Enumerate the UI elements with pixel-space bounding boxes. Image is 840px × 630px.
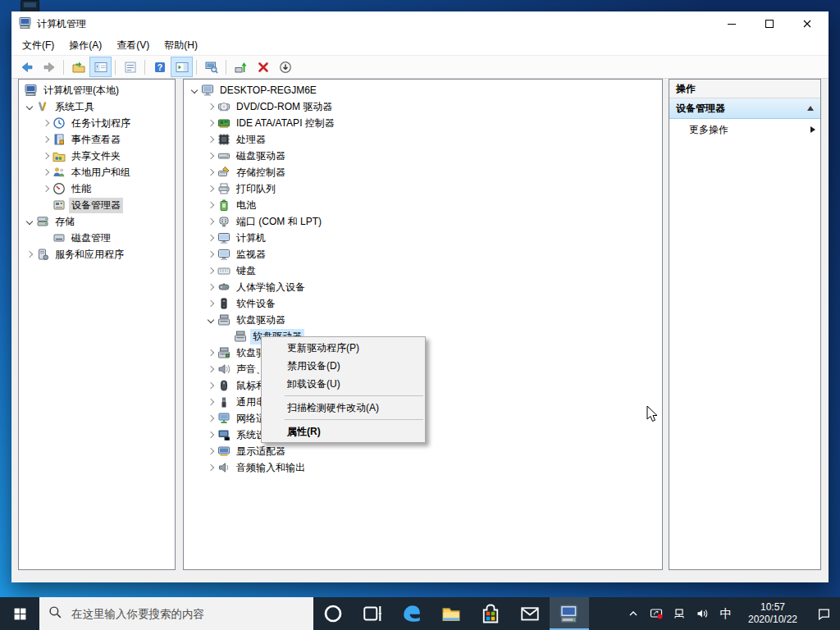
collapse-chevron-icon[interactable] <box>24 216 35 227</box>
expand-chevron-icon[interactable] <box>205 265 217 276</box>
device-tree-item-7[interactable]: 电池 <box>184 197 662 213</box>
disable-device-button[interactable] <box>274 57 296 77</box>
close-button[interactable] <box>791 11 829 36</box>
console-tree-item-1[interactable]: 系统工具 <box>19 98 175 115</box>
hidden-icons-button[interactable] <box>622 597 645 630</box>
device-tree-item-8[interactable]: 端口 (COM 和 LPT) <box>184 213 662 230</box>
expand-chevron-icon[interactable] <box>24 249 35 260</box>
expand-chevron-icon[interactable] <box>205 134 217 145</box>
device-tree-item-1[interactable]: DVD/CD-ROM 驱动器 <box>184 98 662 115</box>
device-tree-item-9[interactable]: 计算机 <box>184 230 662 246</box>
expand-chevron-icon[interactable] <box>205 363 217 375</box>
console-tree-item-0[interactable]: 计算机管理(本地) <box>19 82 175 98</box>
expand-chevron-icon[interactable] <box>205 347 217 358</box>
search-input[interactable] <box>70 607 270 621</box>
device-tree-item-2[interactable]: IDE ATA/ATAPI 控制器 <box>184 115 662 131</box>
expand-chevron-icon[interactable] <box>205 183 217 194</box>
console-tree-item-5[interactable]: 本地用户和组 <box>19 164 175 180</box>
device-tree-item-3[interactable]: 处理器 <box>184 131 662 148</box>
expand-chevron-icon[interactable] <box>205 101 217 112</box>
uninstall-device-button[interactable] <box>252 57 274 77</box>
expand-chevron-icon[interactable] <box>40 134 52 145</box>
device-tree-item-14[interactable]: 软盘驱动器 <box>184 312 662 328</box>
console-tree-item-3[interactable]: 事件查看器 <box>19 131 175 148</box>
expand-chevron-icon[interactable] <box>40 117 52 129</box>
help-button[interactable]: ? <box>148 57 171 77</box>
menu-item-0[interactable]: 文件(F) <box>15 36 62 55</box>
mail-button[interactable] <box>510 597 550 630</box>
context-menu-item-0[interactable]: 更新驱动程序(P) <box>262 339 425 357</box>
console-tree-item-9[interactable]: 磁盘管理 <box>19 230 175 246</box>
menu-item-1[interactable]: 操作(A) <box>62 36 109 55</box>
search-box[interactable] <box>39 597 313 630</box>
clock[interactable]: 10:57 2020/10/22 <box>738 597 807 630</box>
cortana-button[interactable] <box>313 597 353 630</box>
expand-chevron-icon[interactable] <box>205 117 217 129</box>
console-tree-item-7[interactable]: 设备管理器 <box>19 197 175 213</box>
collapse-chevron-icon[interactable] <box>189 84 200 96</box>
expand-chevron-icon[interactable] <box>205 249 217 260</box>
console-tree-item-10[interactable]: 服务和应用程序 <box>19 246 175 262</box>
update-driver-button[interactable] <box>230 57 252 77</box>
collapse-chevron-icon[interactable] <box>205 314 217 326</box>
computer-management-app-button[interactable] <box>550 597 589 630</box>
context-menu-item-6[interactable]: 属性(R) <box>262 422 425 441</box>
expand-chevron-icon[interactable] <box>40 167 52 178</box>
desktop-icon-partial[interactable] <box>21 0 39 11</box>
menu-item-2[interactable]: 查看(V) <box>109 36 157 55</box>
device-tree-item-5[interactable]: 存储控制器 <box>184 164 662 180</box>
chevron-up-icon[interactable] <box>807 106 814 111</box>
minimize-button[interactable] <box>715 11 753 36</box>
context-menu-item-1[interactable]: 禁用设备(D) <box>262 357 425 375</box>
expand-chevron-icon[interactable] <box>205 445 217 457</box>
more-actions-item[interactable]: 更多操作 <box>669 119 820 140</box>
show-console-tree-button[interactable] <box>89 57 112 77</box>
store-button[interactable] <box>471 597 510 630</box>
expand-chevron-icon[interactable] <box>205 429 217 441</box>
expand-chevron-icon[interactable] <box>205 199 217 211</box>
forward-button[interactable] <box>38 57 60 77</box>
device-tree-item-0[interactable]: DESKTOP-REGJM6E <box>184 82 662 98</box>
actions-group-device-manager[interactable]: 设备管理器 <box>669 98 820 119</box>
menu-item-3[interactable]: 帮助(H) <box>157 36 205 55</box>
device-tree-item-23[interactable]: 音频输入和输出 <box>184 459 662 476</box>
console-tree-item-4[interactable]: 共享文件夹 <box>19 148 175 164</box>
expand-chevron-icon[interactable] <box>205 216 217 227</box>
console-tree-item-6[interactable]: 性能 <box>19 180 175 197</box>
context-menu-item-2[interactable]: 卸载设备(U) <box>262 375 425 393</box>
edge-button[interactable] <box>392 597 431 630</box>
context-menu-item-4[interactable]: 扫描检测硬件改动(A) <box>262 399 425 417</box>
collapse-chevron-icon[interactable] <box>24 101 35 112</box>
expand-chevron-icon[interactable] <box>205 298 217 309</box>
remote-computer-button[interactable] <box>200 57 222 77</box>
device-tree-item-13[interactable]: 软件设备 <box>184 295 662 312</box>
device-tree-item-22[interactable]: 显示适配器 <box>184 443 662 459</box>
console-tree-item-8[interactable]: 存储 <box>19 213 175 230</box>
device-tree-item-4[interactable]: 磁盘驱动器 <box>184 148 662 164</box>
device-tree-item-10[interactable]: 监视器 <box>184 246 662 262</box>
start-button[interactable] <box>0 597 39 630</box>
expand-chevron-icon[interactable] <box>205 232 217 244</box>
expand-chevron-icon[interactable] <box>205 462 217 473</box>
ime-indicator[interactable]: 中 <box>714 597 738 630</box>
device-tree-item-6[interactable]: 打印队列 <box>184 180 662 197</box>
maximize-button[interactable] <box>753 11 791 36</box>
cast-status-icon[interactable] <box>645 597 668 630</box>
console-tree-item-2[interactable]: 任务计划程序 <box>19 115 175 131</box>
device-tree-item-11[interactable]: 键盘 <box>184 262 662 279</box>
file-explorer-button[interactable] <box>431 597 471 630</box>
expand-chevron-icon[interactable] <box>205 281 217 293</box>
expand-chevron-icon[interactable] <box>205 150 217 162</box>
network-status-icon[interactable] <box>668 597 691 630</box>
back-button[interactable] <box>16 57 38 77</box>
show-action-pane-button[interactable] <box>171 57 193 77</box>
expand-chevron-icon[interactable] <box>40 183 52 194</box>
expand-chevron-icon[interactable] <box>40 150 52 162</box>
expand-chevron-icon[interactable] <box>205 413 217 424</box>
action-center-button[interactable] <box>807 597 840 630</box>
expand-chevron-icon[interactable] <box>205 167 217 178</box>
volume-status-icon[interactable] <box>691 597 714 630</box>
task-view-button[interactable] <box>353 597 392 630</box>
expand-chevron-icon[interactable] <box>205 380 217 391</box>
device-tree-item-12[interactable]: 人体学输入设备 <box>184 279 662 295</box>
